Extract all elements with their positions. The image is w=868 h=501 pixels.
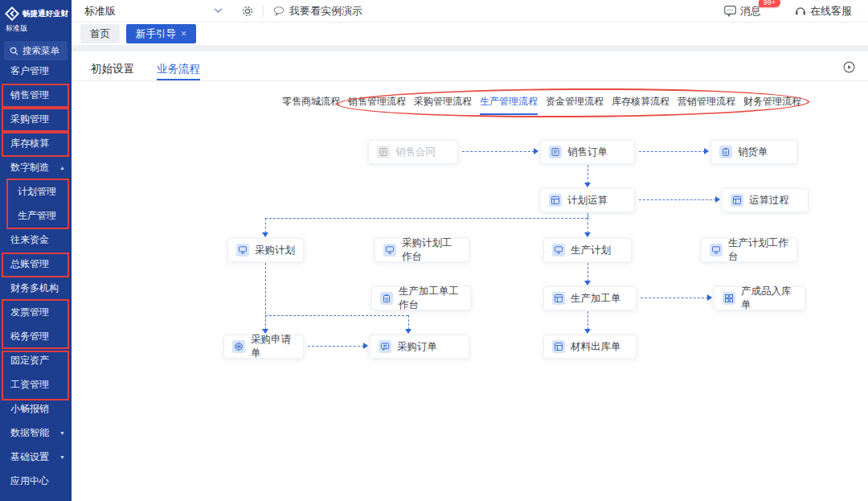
sidebar-item-label: 客户管理 [10, 64, 49, 78]
flow-node-sales-delivery[interactable]: 销货单 [710, 140, 797, 164]
flow-connector [588, 311, 588, 330]
sidebar-item-tax-mgmt[interactable]: 税务管理 [0, 324, 72, 348]
flow-connector [408, 315, 409, 330]
flow-node-plan-calc[interactable]: 计划运算 [540, 188, 635, 212]
sidebar-item-label: 应用中心 [10, 474, 49, 488]
flow-connector [588, 165, 588, 183]
arrowhead-icon [584, 281, 591, 285]
sidebar-item-purchase-mgmt[interactable]: 采购管理 [0, 107, 72, 131]
flow-node-prod-work-order[interactable]: 生产加工单 [543, 286, 637, 310]
version-select[interactable]: 标准版 [72, 4, 231, 18]
flow-node-material-out[interactable]: 材料出库单 [543, 335, 637, 359]
sidebar-item-label: 采购管理 [10, 113, 49, 126]
flow-connector [265, 218, 266, 233]
flow-tab-purchase-flow[interactable]: 采购管理流程 [414, 95, 472, 115]
sidebar-item-prod-mgmt[interactable]: 生产管理 [0, 203, 72, 228]
flow-node-purchase-order[interactable]: 采购订单 [370, 335, 469, 359]
flow-node-purchase-plan-ws[interactable]: 采购计划工作台 [375, 238, 469, 262]
headset-icon [795, 6, 806, 16]
sidebar-item-funds[interactable]: 往来资金 [0, 228, 72, 252]
flow-node-finished-goods-in[interactable]: 产成品入库单 [714, 286, 805, 310]
monitor-icon [236, 244, 249, 257]
search-menu-label: 搜索菜单 [23, 45, 59, 57]
arrowhead-icon [715, 196, 720, 203]
flow-node-calc-process[interactable]: 运算过程 [722, 188, 809, 212]
tab-home[interactable]: 首页 [80, 24, 120, 43]
sidebar-item-invoice-mgmt[interactable]: 发票管理 [0, 300, 72, 324]
table-icon [552, 340, 565, 353]
flow-node-label: 运算过程 [749, 194, 789, 207]
edition-label: 标准版 [0, 21, 72, 34]
demo-link-label: 我要看实例演示 [289, 4, 362, 18]
sidebar-item-label: 固定资产 [10, 354, 49, 368]
sidebar-item-label: 数据智能 [10, 426, 49, 440]
divider-band [72, 45, 868, 51]
sidebar-item-customer-mgmt[interactable]: 客户管理 [0, 59, 72, 83]
sidebar-item-label: 计划管理 [18, 185, 56, 199]
flow-node-purchase-plan[interactable]: 采购计划 [227, 238, 304, 262]
sidebar-item-data-intel[interactable]: 数据智能▼ [0, 421, 72, 445]
logo: 畅捷通好业财 [0, 0, 72, 21]
arrowhead-icon [707, 294, 712, 301]
sidebar-item-app-center[interactable]: 应用中心 [0, 469, 72, 493]
flow-node-prod-plan[interactable]: 生产计划 [543, 238, 632, 262]
messages-badge: 99+ [759, 0, 780, 7]
settings-gear-icon[interactable] [242, 6, 253, 17]
sidebar-item-payroll-mgmt[interactable]: 工资管理 [0, 372, 72, 396]
flow-tab-finance-flow[interactable]: 财务管理流程 [743, 95, 801, 115]
flow-tab-inventory-flow[interactable]: 库存核算流程 [612, 95, 669, 115]
chevron-up-icon: ▲ [59, 165, 65, 170]
flow-node-prod-work-ws[interactable]: 生产加工单工作台 [371, 286, 471, 310]
flow-tab-production-flow[interactable]: 生产管理流程 [480, 95, 538, 115]
clipboard-icon [719, 146, 732, 158]
sidebar-item-reimburse[interactable]: 小畅报销 [0, 396, 72, 421]
doc-icon [549, 146, 562, 158]
arrowhead-icon [584, 183, 591, 187]
sidebar-item-label: 总账管理 [10, 257, 49, 271]
chat-doc-icon [379, 340, 391, 353]
arrowhead-icon [363, 343, 368, 349]
sidebar-item-finance-multi[interactable]: 财务多机构 [0, 276, 72, 300]
flow-tab-sales-flow[interactable]: 销售管理流程 [348, 95, 406, 115]
sidebar-item-digital-mfg[interactable]: 数字制造▲ [0, 155, 72, 179]
sidebar-item-plan-mgmt[interactable]: 计划管理 [0, 179, 72, 203]
arrowhead-icon [584, 329, 591, 334]
flow-node-label: 生产加工单 [571, 292, 621, 306]
flow-node-purchase-request[interactable]: 采购申请单 [223, 335, 304, 359]
tab-guide-label: 新手引导 [136, 27, 176, 41]
tab-home-label: 首页 [90, 27, 110, 41]
flow-connector [641, 298, 708, 298]
sidebar-item-fixed-assets[interactable]: 固定资产 [0, 348, 72, 372]
sidebar-item-inventory-acct[interactable]: 库存核算 [0, 131, 72, 155]
demo-link[interactable]: 我要看实例演示 [273, 4, 362, 18]
sidebar-item-label: 库存核算 [10, 137, 49, 150]
tab-guide[interactable]: 新手引导 × [126, 24, 196, 43]
flow-node-prod-plan-ws[interactable]: 生产计划工作台 [701, 238, 797, 262]
sidebar-item-general-ledger[interactable]: 总账管理 [0, 252, 72, 276]
flow-connector [588, 263, 588, 281]
contract-doc-icon [377, 146, 390, 158]
sidebar-nav: 客户管理销售管理采购管理库存核算数字制造▲计划管理生产管理往来资金总账管理财务多… [0, 59, 72, 493]
sidebar-item-base-settings[interactable]: 基础设置▼ [0, 445, 72, 469]
clipboard-icon [380, 292, 393, 305]
flow-node-label: 采购申请单 [251, 333, 295, 360]
flow-node-label: 生产计划 [571, 244, 611, 257]
flow-connector [588, 218, 588, 233]
close-icon[interactable]: × [181, 28, 186, 39]
flow-tab-retail-mall-flow[interactable]: 零售商城流程 [282, 95, 340, 115]
search-menu[interactable]: 搜索菜单 [4, 41, 68, 60]
flow-node-label: 产成品入库单 [741, 285, 796, 312]
messages-button[interactable]: 消息 99+ [724, 4, 761, 18]
flow-node-sales-contract[interactable]: 销售合同 [368, 140, 458, 164]
grid-icon [723, 292, 735, 305]
flow-tab-funds-flow[interactable]: 资金管理流程 [546, 95, 604, 115]
topbar: 标准版 我要看实例演示 消息 99+ 在线客服 [72, 0, 868, 23]
logo-icon [5, 6, 19, 21]
flow-node-sales-order[interactable]: 销售订单 [540, 140, 635, 164]
online-support-button[interactable]: 在线客服 [795, 4, 852, 18]
sidebar-item-label: 小畅报销 [10, 402, 49, 416]
sidebar-item-sales-mgmt[interactable]: 销售管理 [0, 83, 72, 107]
flow-connector [265, 263, 266, 330]
flow-tab-marketing-flow[interactable]: 营销管理流程 [678, 95, 735, 115]
window-tab-bar: 首页 新手引导 × [72, 23, 868, 45]
